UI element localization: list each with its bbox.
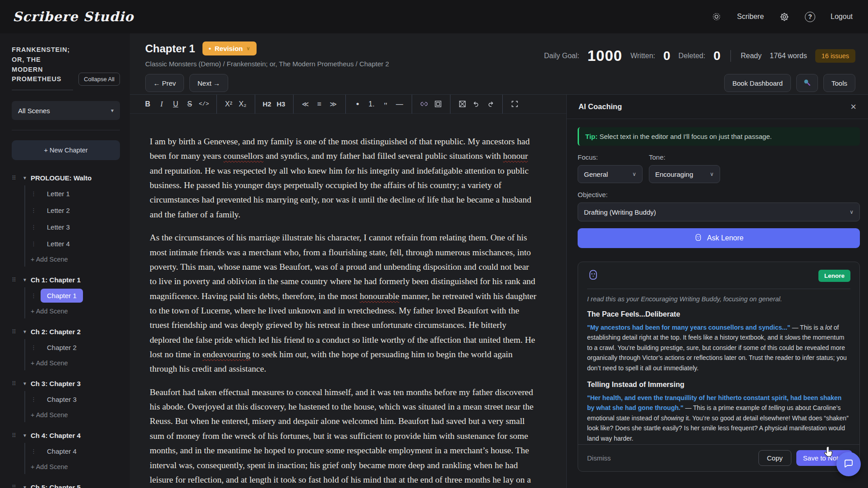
align-justify-button[interactable]: ≡ [312,97,326,111]
chapter-group: ⠿▼Ch 3: Chapter 3⋮Chapter 3+ Add Scene [12,377,120,422]
scene-row[interactable]: ⋮Letter 1 [31,185,120,202]
scene-row[interactable]: ⋮Chapter 3 [31,391,120,408]
scene-label[interactable]: Letter 3 [41,220,76,234]
scene-label[interactable]: Letter 1 [41,187,76,201]
align-right-button[interactable]: ≫ [326,97,340,111]
ask-lenore-button[interactable]: Ask Lenore [578,228,860,248]
drag-handle-icon[interactable]: ⠿ [12,328,19,335]
insert-frame-button[interactable] [431,97,445,111]
drag-handle-icon[interactable]: ⠿ [12,484,19,488]
drag-handle-icon[interactable]: ⋮ [31,224,37,230]
image-button[interactable] [455,97,469,111]
scene-row[interactable]: ⋮Chapter 1 [31,287,120,304]
next-chapter-button[interactable]: Next → [189,74,228,92]
code-button[interactable]: </> [197,97,211,111]
scene-row[interactable]: ⋮Chapter 4 [31,443,120,460]
ordered-list-button[interactable]: 1. [365,97,379,111]
scene-row[interactable]: ⋮Chapter 2 [31,339,120,356]
drag-handle-icon[interactable]: ⋮ [31,292,37,299]
scene-label[interactable]: Chapter 1 [41,289,83,303]
settings-gear-icon[interactable] [779,12,790,22]
scene-label[interactable]: Chapter 4 [41,444,83,458]
tools-button[interactable]: Tools [823,74,855,92]
undo-button[interactable] [469,97,483,111]
focus-label: Focus: [578,153,649,161]
strikethrough-button[interactable]: S [183,97,197,111]
bold-button[interactable]: B [141,97,155,111]
scene-label[interactable]: Letter 2 [41,203,76,217]
new-chapter-button[interactable]: + New Chapter [12,140,120,160]
underline-button[interactable]: U [169,97,183,111]
caret-down-icon[interactable]: ▼ [23,329,27,334]
toolbar-divider [216,95,217,114]
scene-filter-select[interactable]: All Scenes ▾ [12,101,120,120]
issues-badge[interactable]: 16 issues [815,49,855,63]
scene-label[interactable]: Chapter 3 [41,392,83,406]
book-dashboard-button[interactable]: Book Dashboard [724,74,791,92]
redo-button[interactable] [483,97,497,111]
scene-label[interactable]: Chapter 2 [41,341,83,354]
drag-handle-icon[interactable]: ⋮ [31,190,37,197]
heading-3-button[interactable]: H3 [274,97,288,111]
scene-row[interactable]: ⋮Letter 3 [31,219,120,235]
scene-row[interactable]: ⋮Letter 4 [31,235,120,252]
close-icon[interactable]: × [850,102,856,112]
link-button[interactable] [417,97,431,111]
add-scene-button[interactable]: + Add Scene [31,356,120,370]
help-icon[interactable]: ? [805,12,815,22]
account-menu[interactable]: Scribere [737,13,764,21]
heading-2-button[interactable]: H2 [260,97,274,111]
collapse-all-button[interactable]: Collapse All [78,73,120,86]
add-scene-button[interactable]: + Add Scene [31,460,120,474]
caret-down-icon[interactable]: ▼ [23,433,27,438]
scene-label[interactable]: Letter 4 [41,237,76,251]
status-badge[interactable]: • Revision ∨ [202,41,257,55]
drag-handle-icon[interactable]: ⋮ [31,448,37,455]
feedback-scroll-area[interactable]: I read this as your Encouraging Writing … [587,295,850,444]
editor-content[interactable]: I am by birth a Genevese, and my family … [130,114,566,488]
dismiss-button[interactable]: Dismiss [587,454,611,462]
drag-handle-icon[interactable]: ⠿ [12,175,19,181]
manuscript-paragraph: Beaufort had taken effectual measures to… [150,385,537,488]
bullet-list-button[interactable]: • [351,97,365,111]
blockquote-button[interactable]: " [379,97,393,111]
add-scene-button[interactable]: + Add Scene [31,252,120,267]
caret-down-icon[interactable]: ▼ [23,485,27,488]
drag-handle-icon[interactable]: ⋮ [31,240,37,247]
lenore-badge[interactable]: Lenore [818,270,850,282]
drag-handle-icon[interactable]: ⋮ [31,207,37,214]
drag-handle-icon[interactable]: ⠿ [12,432,19,439]
align-left-button[interactable]: ≪ [299,97,312,111]
prev-chapter-button[interactable]: ← Prev [145,74,184,92]
caret-down-icon[interactable]: ▼ [23,277,27,282]
writing-stats: Daily Goal: 1000 Written: 0 Deleted: 0 R… [544,44,855,68]
drag-handle-icon[interactable]: ⋮ [31,344,37,351]
copy-button[interactable]: Copy [758,450,791,466]
chapter-section-row[interactable]: ⠿▼Ch 1: Chapter 1 [12,273,120,286]
fullscreen-button[interactable] [508,97,522,111]
drag-handle-icon[interactable]: ⠿ [12,276,19,283]
chapter-section-row[interactable]: ⠿▼Ch 4: Chapter 4 [12,428,120,442]
chapter-section-row[interactable]: ⠿▼Ch 5: Chapter 5 [12,480,120,488]
logout-button[interactable]: Logout [831,13,853,21]
theme-toggle-sun-icon[interactable] [712,12,721,22]
tone-select[interactable]: Encouraging ∨ [649,165,720,183]
chapter-section-row[interactable]: ⠿▼PROLOGUE: Walto [12,171,120,184]
chapter-section-row[interactable]: ⠿▼Ch 2: Chapter 2 [12,325,120,338]
scene-row[interactable]: ⋮Letter 2 [31,202,120,219]
focus-select[interactable]: General ∨ [578,165,643,183]
objective-select[interactable]: Drafting (Writing Buddy) ∨ [578,203,860,221]
drag-handle-icon[interactable]: ⋮ [31,396,37,403]
superscript-button[interactable]: X² [222,97,236,111]
drag-handle-icon[interactable]: ⠿ [12,380,19,387]
search-button[interactable] [796,74,818,92]
chat-fab[interactable] [836,452,861,476]
horizontal-rule-button[interactable]: — [393,97,407,111]
add-scene-button[interactable]: + Add Scene [31,408,120,422]
add-scene-button[interactable]: + Add Scene [31,304,120,318]
caret-down-icon[interactable]: ▼ [23,381,27,386]
subscript-button[interactable]: X₂ [236,97,250,111]
chapter-section-row[interactable]: ⠿▼Ch 3: Chapter 3 [12,377,120,390]
caret-down-icon[interactable]: ▼ [23,175,27,180]
italic-button[interactable]: I [155,97,169,111]
